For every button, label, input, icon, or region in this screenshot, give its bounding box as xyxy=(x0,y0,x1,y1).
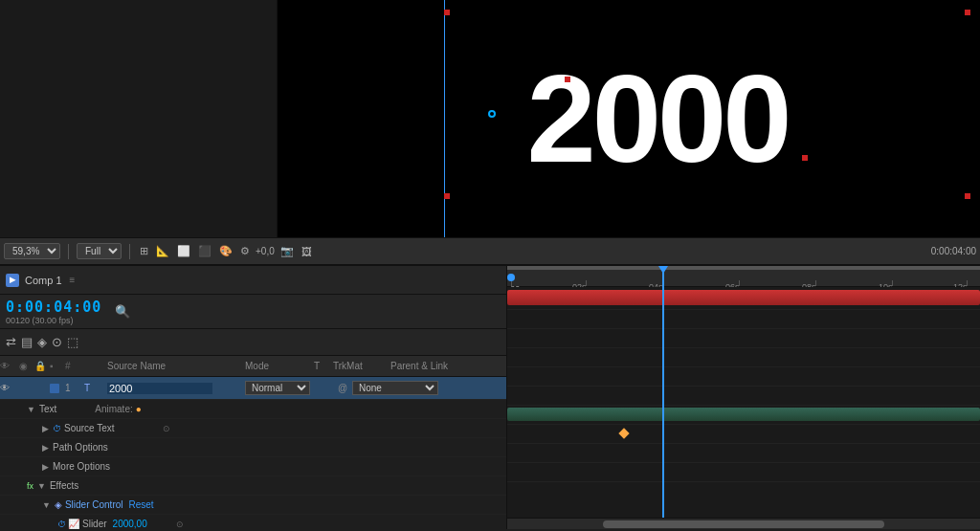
slider-control-toggle[interactable]: ▼ xyxy=(42,500,51,510)
current-time[interactable]: 0:00:04:00 xyxy=(6,299,101,316)
preview-timecode: 0:00:04:00 xyxy=(931,246,976,256)
zoom-select[interactable]: 59,3% xyxy=(4,243,60,259)
col-lock-header: 🔒 xyxy=(34,361,50,371)
slider-control-reset[interactable]: Reset xyxy=(129,499,154,510)
animate-label: Animate: xyxy=(95,404,132,414)
anchor-point xyxy=(488,110,496,118)
slider-control-label[interactable]: Slider Control xyxy=(65,499,123,510)
corner-marker-tl xyxy=(444,10,450,15)
track-transform xyxy=(507,463,980,482)
prop-source-text: ▶ ⏱ Source Text ⊙ xyxy=(0,419,506,438)
col-trkmat-header: TrkMat xyxy=(333,361,390,371)
horizontal-scrollbar[interactable] xyxy=(507,518,980,529)
slider-control-bar xyxy=(507,408,980,421)
keyframe-diamond[interactable] xyxy=(618,428,629,438)
canvas-border-vertical xyxy=(444,0,445,237)
comp-icon: ▶ xyxy=(6,274,19,287)
track-compositing xyxy=(507,444,980,463)
tracks-area xyxy=(507,287,980,518)
more-options-toggle[interactable]: ▶ xyxy=(42,462,49,472)
transport-row: ⇄ ▤ ◈ ⊙ ⬚ xyxy=(0,329,506,356)
layer-parent-select-1[interactable]: None xyxy=(352,381,438,395)
animate-icon[interactable]: ● xyxy=(136,404,142,414)
layer-label-1 xyxy=(50,384,65,393)
ruler-mark-8s: 08s xyxy=(815,280,816,286)
playhead-indicator xyxy=(662,266,664,287)
corner-marker-mr xyxy=(802,155,808,161)
corner-marker-bl xyxy=(444,193,450,199)
quality-select[interactable]: Full xyxy=(77,243,122,259)
search-button[interactable]: 🔍 xyxy=(115,304,130,319)
frame-rate-display: 00120 (30.00 fps) xyxy=(6,316,101,325)
playhead-line xyxy=(662,287,664,518)
scrollbar-thumb[interactable] xyxy=(603,520,884,528)
draft-btn[interactable]: ⊙ xyxy=(52,335,62,349)
slider-label: Slider xyxy=(82,519,107,529)
track-more-options xyxy=(507,367,980,387)
zoom-group: 59,3% xyxy=(4,243,60,259)
safe-zones-btn[interactable]: ⬜ xyxy=(175,244,192,258)
source-text-keyframe-icon: ⊙ xyxy=(163,424,170,433)
toolbar-separator-1 xyxy=(68,244,69,259)
layer-name-1[interactable] xyxy=(103,383,245,394)
layer-mode-1[interactable]: Normal xyxy=(245,381,314,395)
path-options-label: Path Options xyxy=(53,442,108,453)
path-options-toggle[interactable]: ▶ xyxy=(42,443,49,453)
layer-mode-select-1[interactable]: Normal xyxy=(245,381,310,395)
prop-path-options: ▶ Path Options xyxy=(0,438,506,457)
comp-flow-btn[interactable]: ◈ xyxy=(37,335,47,349)
slider-graph-icon: 📈 xyxy=(68,519,79,529)
time-display: 0:00:04:00 00120 (30.00 fps) xyxy=(6,299,101,325)
view-btn[interactable]: 🎨 xyxy=(217,244,234,258)
timeline-ruler[interactable]: t:00s 02s 04s 06s 08s 10s xyxy=(507,266,980,287)
layer-eye-1[interactable]: 👁 xyxy=(0,383,19,393)
exposure-btn[interactable]: ⚙ xyxy=(238,244,252,258)
box-btn[interactable]: ⬚ xyxy=(67,335,78,349)
solo-expand-btn[interactable]: ▤ xyxy=(21,335,33,349)
slider-value: 2000,00 xyxy=(113,519,147,529)
track-slider-value xyxy=(507,425,980,444)
source-text-label: Source Text xyxy=(64,423,115,433)
in-point-marker xyxy=(507,274,515,281)
col-eye-header: 👁 xyxy=(0,361,19,371)
grid-btn[interactable]: ⊞ xyxy=(138,244,150,258)
toolbar-separator-2 xyxy=(129,244,130,259)
col-source-name-header: Source Name xyxy=(103,361,245,371)
layers-area: 👁 1 T Normal @ None xyxy=(0,377,506,529)
snapshot-btn[interactable]: 📷 xyxy=(278,244,296,258)
layer-row-1[interactable]: 👁 1 T Normal @ None xyxy=(0,377,506,400)
fx-label: fx xyxy=(27,481,33,491)
slider-stopwatch[interactable]: ⏱ xyxy=(57,520,66,529)
preview-text: 2000 xyxy=(526,56,788,181)
layer-parent-1[interactable]: None xyxy=(352,381,448,395)
3d-btn[interactable]: ⬛ xyxy=(196,244,213,258)
comp-tab-label: Comp 1 xyxy=(25,275,62,286)
ruler-mark-12s: 12s xyxy=(967,280,968,286)
effects-toggle[interactable]: ▼ xyxy=(37,481,46,491)
playhead-arrow xyxy=(658,266,668,274)
layer-parent-icon-1: @ xyxy=(333,383,352,393)
track-slider-control xyxy=(507,406,980,425)
comp-header: ▶ Comp 1 ≡ xyxy=(0,266,506,295)
source-text-toggle[interactable]: ▶ xyxy=(42,424,49,433)
text-group-toggle[interactable]: ▼ xyxy=(27,405,35,414)
col-t-header: T xyxy=(314,361,333,371)
ruler-mark-2s: 02s xyxy=(586,280,587,286)
layer-name-input-1[interactable] xyxy=(107,383,212,394)
timeline-area: ▶ Comp 1 ≡ 0:00:04:00 00120 (30.00 fps) … xyxy=(0,264,980,529)
slider-link-icon: ⊙ xyxy=(176,520,184,529)
preview-area: 2000 xyxy=(0,0,980,237)
corner-marker-tr xyxy=(965,10,970,15)
toggle-layers-btn[interactable]: ⇄ xyxy=(6,335,16,349)
work-area-bar xyxy=(507,266,980,270)
track-text-group xyxy=(507,310,980,329)
track-source-text xyxy=(507,329,980,348)
source-text-stopwatch[interactable]: ⏱ xyxy=(53,424,61,433)
track-row-1 xyxy=(507,287,980,310)
ruler-mark-6s: 06s xyxy=(739,280,740,286)
col-parent-header: Parent & Link xyxy=(390,361,486,371)
show-snap-btn[interactable]: 🖼 xyxy=(300,245,314,258)
rulers-btn[interactable]: 📐 xyxy=(154,244,171,258)
col-solo-header: ◉ xyxy=(19,361,34,371)
track-effects xyxy=(507,387,980,406)
